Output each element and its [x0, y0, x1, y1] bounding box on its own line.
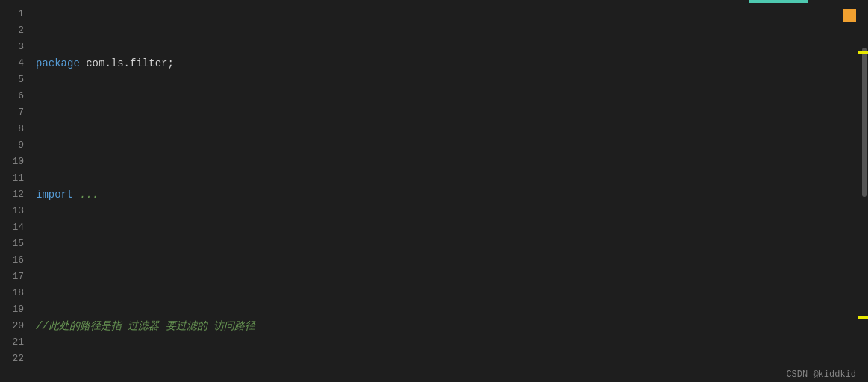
scrollbar-marker-top: [858, 51, 868, 54]
code-line-3: import ...: [36, 187, 858, 203]
line-numbers: 1 2 3 4 5 6 7 8 9 10 11 12 13 14 15 16 1…: [0, 3, 30, 367]
vertical-scrollbar[interactable]: [858, 3, 868, 367]
code-line-4: [36, 252, 858, 269]
scrollbar-marker-bottom: [858, 316, 868, 319]
scrollbar-thumb[interactable]: [862, 48, 867, 197]
code-line-2: [36, 121, 858, 137]
attribution-text: CSDN @kiddkid: [786, 369, 856, 380]
editor-container: 1 2 3 4 5 6 7 8 9 10 11 12 13 14 15 16 1…: [0, 0, 868, 382]
code-content[interactable]: package com.ls.filter; import ... //此处的路…: [30, 3, 858, 367]
code-area: 1 2 3 4 5 6 7 8 9 10 11 12 13 14 15 16 1…: [0, 3, 868, 367]
code-line-5: //此处的路径是指 过滤器 要过滤的 访问路径: [36, 318, 858, 334]
code-line-1: package com.ls.filter;: [36, 55, 858, 72]
status-bar: CSDN @kiddkid: [0, 367, 868, 382]
